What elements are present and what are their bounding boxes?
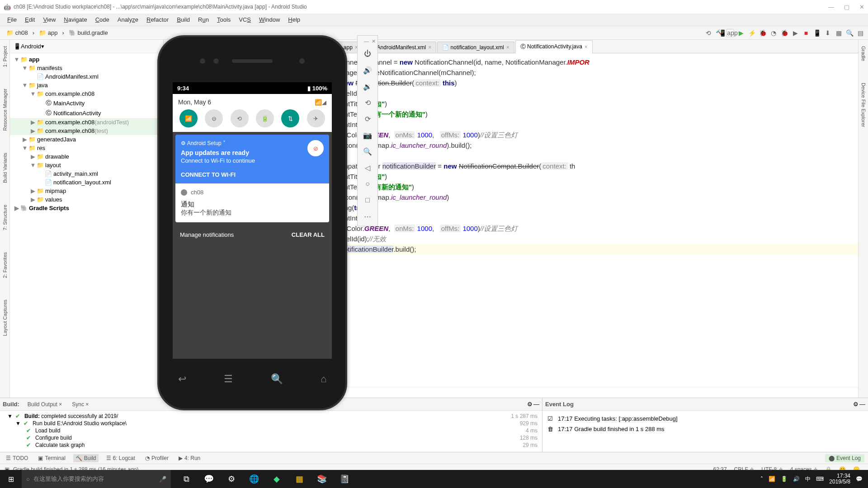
minimize-panel-icon[interactable]: — <box>533 401 539 408</box>
tree-item[interactable]: ▶📁drawable <box>10 152 163 161</box>
tree-item[interactable]: ▼📁res <box>10 144 163 152</box>
tool-resource-manager[interactable]: Resource Manager <box>2 87 8 133</box>
app-books-icon[interactable]: 📚 <box>311 470 333 488</box>
close-button[interactable]: ✕ <box>859 4 864 10</box>
tool-event-log[interactable]: ⬤ Event Log <box>825 454 864 462</box>
phone-home-button[interactable]: ⌂ <box>321 373 326 385</box>
wifi-toggle[interactable]: 📶 <box>179 109 198 127</box>
emu-overview-icon[interactable]: □ <box>361 193 374 207</box>
tool-favorites[interactable]: 2: Favorites <box>2 250 8 280</box>
data-toggle[interactable]: ⇅ <box>281 109 299 127</box>
breadcrumb-module[interactable]: 📁 app <box>36 28 60 37</box>
project-tree[interactable]: ▼📁app▼📁manifests📄AndroidManifest.xml▼📁ja… <box>10 53 163 398</box>
sdk-icon[interactable]: ⬇ <box>824 29 832 37</box>
notification-ch08[interactable]: ch08 通知 你有一个新的通知 <box>175 183 329 222</box>
tray-volume-icon[interactable]: 🔊 <box>793 476 800 482</box>
tool-build[interactable]: 🔨 Build <box>73 454 99 462</box>
tree-item[interactable]: ▼📁app <box>10 55 163 64</box>
start-button[interactable]: ⊞ <box>0 470 22 488</box>
debug-icon[interactable]: 🐞 <box>759 29 767 37</box>
build-row[interactable]: ✔Configure build128 ms <box>4 434 538 441</box>
tool-structure[interactable]: 7: Structure <box>2 203 8 232</box>
tree-item[interactable]: ▶📁generatedJava <box>10 135 163 144</box>
structure-icon[interactable]: ▤ <box>856 29 864 37</box>
apply-changes-icon[interactable]: ⚡ <box>748 29 756 37</box>
menu-window[interactable]: Window <box>255 15 283 24</box>
build-row[interactable]: ✔Calculate task graph29 ms <box>4 441 538 449</box>
emu-power-icon[interactable]: ⏻ <box>361 47 374 61</box>
app-notepad-icon[interactable]: 📓 <box>334 470 355 488</box>
breadcrumb-project[interactable]: 📁 ch08 <box>4 28 31 37</box>
notification-android-setup[interactable]: ⚙ Android Setup ˅ App updates are ready … <box>175 135 329 183</box>
emu-back-icon[interactable]: ◁ <box>361 161 374 174</box>
tree-item[interactable]: ▶📁com.example.ch08 (androidTest) <box>10 118 163 127</box>
menu-navigate[interactable]: Navigate <box>60 15 90 24</box>
emu-volume-up-icon[interactable]: 🔊 <box>361 63 374 77</box>
menu-tools[interactable]: Tools <box>213 15 234 24</box>
tree-item[interactable]: ▶📁mipmap <box>10 187 163 195</box>
run-config-selector[interactable]: 📱 app ▾ <box>726 29 734 37</box>
tree-item[interactable]: 📄notification_layout.xml <box>10 178 163 187</box>
build-row[interactable]: ▼✔Run build E:\Android Studio workplace\… <box>4 420 538 427</box>
battery-toggle[interactable]: 🔋 <box>256 109 274 127</box>
menu-file[interactable]: File <box>4 15 20 24</box>
phone-back-button[interactable]: ↩ <box>178 373 186 385</box>
dnd-toggle[interactable]: ⊖ <box>205 109 223 127</box>
tool-gradle[interactable]: Gradle <box>861 44 866 63</box>
manage-notifications[interactable]: Manage notifications <box>180 231 234 238</box>
menu-run[interactable]: Run <box>194 15 212 24</box>
emu-zoom-icon[interactable]: 🔍 <box>361 145 374 158</box>
gear-icon[interactable]: ⚙ <box>853 401 859 408</box>
tree-item[interactable]: ▶🐘Gradle Scripts <box>10 204 163 212</box>
phone-search-button[interactable]: 🔍 <box>271 373 283 385</box>
app-android-studio-icon[interactable]: ◆ <box>266 470 288 488</box>
maximize-button[interactable]: ▢ <box>844 4 849 10</box>
tab-build-output[interactable]: Build Output × <box>23 399 66 409</box>
tree-item[interactable]: ▼📁manifests <box>10 64 163 72</box>
tray-wifi-icon[interactable]: 📶 <box>769 476 775 482</box>
menu-analyze[interactable]: Analyze <box>114 15 142 24</box>
tool-logcat[interactable]: ☰ 6: Logcat <box>104 454 137 462</box>
emu-rotate-left-icon[interactable]: ⟲ <box>361 96 374 109</box>
menu-view[interactable]: View <box>39 15 59 24</box>
emu-close-icon[interactable]: ✕ <box>372 38 376 44</box>
tray-ime-icon[interactable]: 中 <box>805 475 811 483</box>
tree-item[interactable]: ▼📁com.example.ch08 <box>10 89 163 98</box>
build-row[interactable]: ▼✔Build: completed successfully at 2019/… <box>4 413 538 420</box>
emu-volume-down-icon[interactable]: 🔉 <box>361 80 374 93</box>
tray-clock[interactable]: 17:34 2019/5/8 <box>829 473 850 485</box>
tree-item[interactable]: ▼📁layout <box>10 161 163 169</box>
airplane-toggle[interactable]: ✈ <box>307 109 325 127</box>
minimize-panel-icon[interactable]: — <box>859 401 865 408</box>
avd-icon[interactable]: 📱 <box>813 29 821 37</box>
tree-item[interactable]: ▶📁com.example.ch08 (test) <box>10 127 163 135</box>
breadcrumb-file[interactable]: 🐘 build.gradle <box>66 28 111 37</box>
tool-todo[interactable]: ☰ TODO <box>4 454 30 462</box>
emu-rotate-right-icon[interactable]: ⟳ <box>361 112 374 126</box>
tool-profiler[interactable]: ◔ Profiler <box>143 454 171 462</box>
emu-camera-icon[interactable]: 📷 <box>361 128 374 142</box>
task-view-icon[interactable]: ⧉ <box>175 470 197 488</box>
connect-wifi-button[interactable]: CONNECT TO WI-FI <box>181 171 324 178</box>
tray-up-icon[interactable]: ˄ <box>760 476 763 482</box>
minimize-button[interactable]: — <box>828 4 834 10</box>
tree-item[interactable]: 📄activity_main.xml <box>10 169 163 178</box>
mic-icon[interactable]: 🎤 <box>159 476 166 483</box>
taskbar-search[interactable]: ○ 在这里输入你要搜索的内容 🎤 <box>22 470 171 488</box>
tool-run[interactable]: ▶ 4: Run <box>176 454 203 462</box>
app-explorer-icon[interactable]: ▦ <box>288 470 310 488</box>
tool-layout-captures[interactable]: Layout Captures <box>2 298 8 338</box>
tab-sync[interactable]: Sync × <box>67 399 93 409</box>
phone-menu-button[interactable]: ☰ <box>224 373 233 385</box>
tray-notifications-icon[interactable]: 💬 <box>856 476 863 482</box>
emu-home-icon[interactable]: ○ <box>361 177 374 191</box>
emulator-window[interactable]: 9:34 ▮ 100% Mon, May 6 📶◢ 📶 ⊖ ⟲ 🔋 ⇅ ✈ <box>157 35 347 410</box>
run-icon[interactable]: ▶ <box>737 29 745 37</box>
tool-build-variants[interactable]: Build Variants <box>2 151 8 185</box>
menu-edit[interactable]: Edit <box>21 15 38 24</box>
gear-icon[interactable]: ⚙ <box>527 401 533 408</box>
menu-code[interactable]: Code <box>92 15 113 24</box>
search-icon[interactable]: 🔍 <box>845 29 854 37</box>
rotate-toggle[interactable]: ⟲ <box>231 109 249 127</box>
editor-tab[interactable]: 📄 notification_layout.xml × <box>437 42 514 53</box>
